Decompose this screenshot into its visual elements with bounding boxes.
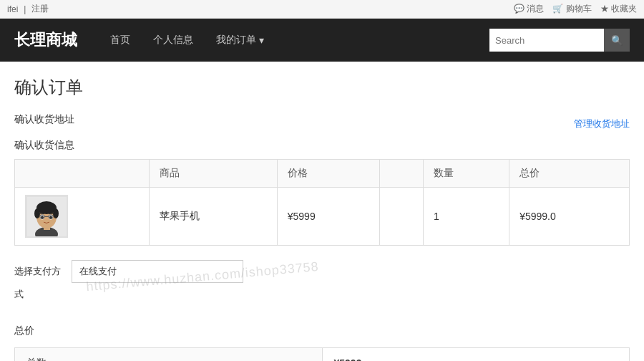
message-label: 消息 (527, 4, 544, 14)
search-input[interactable] (489, 29, 604, 52)
chevron-down-icon: ▾ (259, 34, 264, 46)
message-link[interactable]: 💬 消息 (514, 3, 544, 15)
manage-address-link[interactable]: 管理收货地址 (574, 117, 630, 130)
svg-point-6 (53, 208, 59, 218)
header: 长理商城 首页 个人信息 我的订单 ▾ 🔍 (0, 19, 644, 62)
cart-icon: 🛒 (552, 4, 563, 14)
address-section: 确认收货地址 管理收货地址 (14, 113, 630, 135)
top-bar-divider: | (24, 4, 26, 14)
svg-point-5 (34, 208, 40, 218)
payment-label: 选择支付方式 (14, 260, 64, 306)
col-empty (379, 160, 423, 188)
main-nav: 首页 个人信息 我的订单 ▾ (99, 19, 489, 62)
quantity-cell: 1 (424, 188, 509, 246)
col-quantity: 数量 (424, 160, 509, 188)
top-bar-right: 💬 消息 🛒 购物车 ★ 收藏夹 (514, 3, 637, 15)
col-image (15, 160, 150, 188)
fav-icon: ★ (600, 4, 609, 14)
order-table: 商品 价格 数量 总价 (14, 159, 630, 246)
product-image (25, 195, 68, 238)
table-header-row: 商品 价格 数量 总价 (15, 160, 630, 188)
page-content: 确认订单 确认收货地址 管理收货地址 确认收货信息 商品 价格 数量 总价 (0, 62, 644, 361)
message-icon: 💬 (514, 4, 525, 14)
nav-profile[interactable]: 个人信息 (142, 19, 205, 62)
logo[interactable]: 长理商城 (14, 29, 77, 51)
summary-section: 总价 总数 ¥5999 实付款 ¥5999.0 (14, 320, 630, 361)
table-row: 苹果手机 ¥5999 1 ¥5999.0 (15, 188, 630, 246)
cart-label: 购物车 (566, 4, 592, 14)
product-avatar-svg (27, 197, 67, 236)
empty-cell (379, 188, 423, 246)
search-icon: 🔍 (611, 35, 623, 46)
top-bar: ifei | 注册 💬 消息 🛒 购物车 ★ 收藏夹 (0, 0, 644, 19)
col-price: 价格 (277, 160, 379, 188)
summary-label-0: 总数 (15, 348, 323, 362)
fav-label: 收藏夹 (611, 4, 637, 14)
col-product: 商品 (149, 160, 277, 188)
register-link[interactable]: 注册 (31, 3, 49, 15)
payment-section: 选择支付方式 (14, 260, 630, 306)
summary-title: 总价 (14, 320, 630, 342)
price-cell: ¥5999 (277, 188, 379, 246)
summary-table: 总数 ¥5999 实付款 ¥5999.0 (14, 347, 630, 361)
col-total: 总价 (509, 160, 630, 188)
product-name-cell: 苹果手机 (149, 188, 277, 246)
top-bar-left: ifei | 注册 (7, 3, 49, 15)
search-area: 🔍 (489, 29, 630, 52)
total-price-cell: ¥5999.0 (509, 188, 630, 246)
summary-value-0: ¥5999 (322, 348, 630, 362)
info-section-label: 确认收货信息 (14, 139, 630, 152)
nav-orders-label: 我的订单 (216, 34, 256, 47)
summary-row-0: 总数 ¥5999 (15, 348, 630, 362)
username-label[interactable]: ifei (7, 4, 18, 14)
nav-home[interactable]: 首页 (99, 19, 142, 62)
fav-link[interactable]: ★ 收藏夹 (600, 3, 637, 15)
cart-link[interactable]: 🛒 购物车 (552, 3, 591, 15)
page-title: 确认订单 (14, 76, 630, 99)
payment-input[interactable] (72, 260, 243, 283)
product-image-cell (15, 188, 150, 246)
search-button[interactable]: 🔍 (604, 29, 630, 52)
address-label: 确认收货地址 (14, 113, 74, 129)
nav-orders[interactable]: 我的订单 ▾ (205, 19, 275, 62)
